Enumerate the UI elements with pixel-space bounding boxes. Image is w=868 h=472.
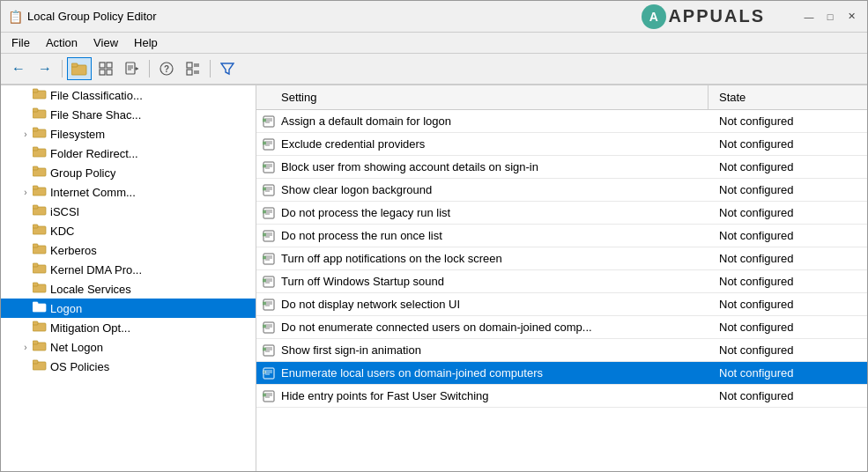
row-state-row9: Not configured (708, 298, 867, 311)
svg-rect-105 (263, 348, 266, 350)
tree-item-kdc[interactable]: KDC (1, 221, 256, 240)
folder-icon-kernel-dma (33, 262, 47, 277)
folder-icon-locale (33, 282, 47, 296)
list-row-row9[interactable]: Do not display network selection UINot c… (256, 293, 867, 316)
row-policy-icon-row13 (256, 390, 281, 402)
row-setting-text-row8: Turn off Windows Startup sound (281, 275, 708, 288)
toolbar-separator-2 (149, 60, 150, 77)
help-button[interactable]: ? (154, 57, 179, 80)
row-setting-text-row4: Show clear logon background (281, 183, 708, 196)
tree-label-folder-redirect: Folder Redirect... (50, 147, 138, 160)
appuals-logo: A APPUALS (642, 4, 765, 29)
help-icon: ? (160, 62, 174, 76)
list-row-row11[interactable]: Show first sign-in animationNot configur… (256, 339, 867, 362)
app-icon: 📋 (8, 10, 22, 24)
tree-item-file-share[interactable]: File Share Shac... (1, 105, 256, 124)
maximize-button[interactable]: □ (821, 10, 839, 24)
folder-icon-net-logon (33, 340, 47, 354)
tree-item-kerberos[interactable]: Kerberos (1, 240, 256, 260)
row-policy-icon-row7 (256, 253, 281, 265)
app-title: Local Group Policy Editor (27, 10, 157, 23)
tree-label-internet-comm: Internet Comm... (50, 186, 136, 199)
list-row-row8[interactable]: Turn off Windows Startup soundNot config… (256, 270, 867, 293)
tree-label-kerberos: Kerberos (50, 244, 97, 257)
tree-item-logon[interactable]: Logon (1, 299, 256, 318)
tree-item-kernel-dma[interactable]: Kernel DMA Pro... (1, 260, 256, 279)
folder-icon (71, 62, 87, 76)
tree-item-folder-redirect[interactable]: Folder Redirect... (1, 144, 256, 163)
svg-marker-20 (221, 63, 234, 74)
row-state-row1: Not configured (708, 114, 867, 128)
tree-label-locale: Locale Services (50, 283, 131, 296)
minimize-button[interactable]: — (800, 10, 818, 24)
list-row-row2[interactable]: Exclude credential providersNot configur… (256, 133, 867, 156)
list-row-row3[interactable]: Block user from showing account details … (256, 156, 867, 179)
svg-rect-22 (33, 89, 38, 92)
svg-rect-1 (71, 63, 78, 67)
tree-item-filesystem[interactable]: ›Filesystem (1, 124, 256, 144)
row-state-row5: Not configured (708, 206, 867, 219)
export-button[interactable] (120, 57, 145, 80)
filter-icon (220, 62, 234, 76)
svg-rect-55 (263, 119, 266, 122)
menu-bar: File Action View Help (1, 33, 867, 54)
svg-rect-42 (33, 283, 38, 286)
svg-rect-100 (263, 325, 266, 328)
filter-button[interactable] (215, 57, 240, 80)
row-state-row11: Not configured (708, 343, 867, 357)
tree-item-iscsi[interactable]: iSCSI (1, 202, 256, 221)
folder-button[interactable] (67, 57, 92, 80)
grid-icon (99, 62, 113, 76)
tree-item-file-class[interactable]: File Classificatio... (1, 85, 256, 105)
menu-help[interactable]: Help (127, 34, 165, 51)
row-setting-text-row13: Hide entry points for Fast User Switchin… (281, 389, 708, 402)
close-button[interactable]: ✕ (842, 10, 860, 24)
col-setting-header[interactable]: Setting (256, 85, 708, 109)
tree-item-locale[interactable]: Locale Services (1, 279, 256, 299)
menu-view[interactable]: View (86, 34, 125, 51)
list-row-row10[interactable]: Do not enumerate connected users on doma… (256, 316, 867, 339)
tree-item-internet-comm[interactable]: ›Internet Comm... (1, 182, 256, 202)
forward-button[interactable]: → (33, 57, 57, 80)
back-button[interactable]: ← (6, 57, 31, 80)
row-policy-icon-row9 (256, 299, 281, 311)
tree-item-net-logon[interactable]: ›Net Logon (1, 337, 256, 357)
tree-item-os-policies[interactable]: OS Policies (1, 357, 256, 376)
svg-rect-50 (33, 360, 38, 364)
list-row-row12[interactable]: Enumerate local users on domain-joined c… (256, 362, 867, 385)
row-policy-icon-row3 (256, 161, 281, 173)
menu-action[interactable]: Action (39, 34, 85, 51)
svg-rect-95 (263, 302, 266, 305)
tree-panel: File Classificatio...File Share Shac...›… (1, 85, 256, 472)
svg-rect-5 (107, 70, 112, 75)
svg-rect-80 (263, 233, 266, 236)
tree-label-iscsi: iSCSI (50, 205, 79, 218)
list-row-row7[interactable]: Turn off app notifications on the lock s… (256, 247, 867, 270)
row-setting-text-row11: Show first sign-in animation (281, 343, 708, 357)
list-row-row1[interactable]: Assign a default domain for logonNot con… (256, 110, 867, 133)
list-row-row5[interactable]: Do not process the legacy run listNot co… (256, 202, 867, 225)
folder-icon-logon (33, 301, 47, 315)
tree-item-mitigation[interactable]: Mitigation Opt... (1, 318, 256, 337)
tree-item-group-policy[interactable]: Group Policy (1, 163, 256, 182)
export-icon (125, 62, 139, 76)
row-policy-icon-row6 (256, 230, 281, 242)
svg-rect-44 (33, 302, 38, 306)
svg-rect-115 (263, 394, 266, 396)
svg-rect-3 (107, 63, 112, 68)
list-row-row13[interactable]: Hide entry points for Fast User Switchin… (256, 385, 867, 408)
menu-file[interactable]: File (4, 34, 37, 51)
row-state-row12: Not configured (708, 366, 867, 380)
list-row-row4[interactable]: Show clear logon backgroundNot configure… (256, 179, 867, 202)
tree-label-file-class: File Classificatio... (50, 89, 143, 102)
row-policy-icon-row1 (256, 115, 281, 128)
grid-view-button[interactable] (93, 57, 118, 80)
tree-label-file-share: File Share Shac... (50, 108, 141, 122)
row-state-row2: Not configured (708, 137, 867, 151)
list-row-row6[interactable]: Do not process the run once listNot conf… (256, 225, 867, 247)
folder-icon-file-share (33, 107, 47, 122)
expand-arrow-filesystem: › (19, 129, 33, 139)
details-button[interactable] (181, 57, 205, 80)
row-setting-text-row10: Do not enumerate connected users on doma… (281, 321, 708, 334)
col-state-header[interactable]: State (708, 85, 867, 109)
